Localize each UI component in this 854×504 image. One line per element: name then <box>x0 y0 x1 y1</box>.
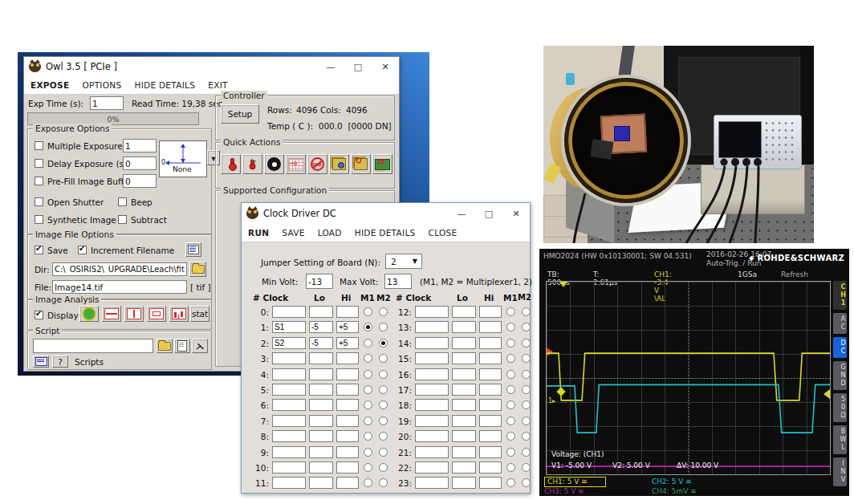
multiple-exposure-input[interactable] <box>123 139 157 152</box>
ch4-scale-badge[interactable]: CH4: 5mV ≅ <box>652 487 697 495</box>
m2-radio[interactable] <box>522 432 531 441</box>
cd-close-button[interactable]: ✕ <box>502 203 530 224</box>
clock-hi-input[interactable] <box>479 352 502 364</box>
cd-maximize-button[interactable]: □ <box>475 203 502 224</box>
clock-lo-input[interactable] <box>309 368 333 380</box>
m2-radio[interactable] <box>379 385 388 394</box>
m2-radio[interactable] <box>522 385 531 394</box>
display-checkbox[interactable] <box>35 311 43 319</box>
clock-name-input[interactable] <box>415 477 449 489</box>
roi-circle-button[interactable] <box>79 306 99 322</box>
m2-radio[interactable] <box>379 463 388 472</box>
clock-hi-input[interactable] <box>479 321 502 333</box>
clock-name-input[interactable] <box>272 384 306 396</box>
m1-radio[interactable] <box>364 370 372 379</box>
clock-name-input[interactable] <box>272 446 306 458</box>
m2-radio[interactable] <box>522 339 531 348</box>
m1-radio[interactable] <box>506 354 515 363</box>
clock-name-input[interactable] <box>272 461 306 474</box>
grab-image-button[interactable] <box>329 154 349 174</box>
clock-lo-input[interactable] <box>452 461 476 474</box>
script-input[interactable] <box>33 339 153 353</box>
m2-radio[interactable] <box>379 339 388 348</box>
no-dle-button[interactable] <box>307 154 327 174</box>
clock-hi-input[interactable] <box>336 461 359 474</box>
m1-radio[interactable] <box>506 417 515 425</box>
script-edit-button[interactable] <box>174 339 190 353</box>
m1-radio[interactable] <box>506 385 515 394</box>
m1-radio[interactable] <box>506 307 515 316</box>
export-image-button[interactable] <box>286 154 306 174</box>
clock-hi-input[interactable] <box>336 399 359 411</box>
exp-time-input[interactable] <box>90 96 124 110</box>
m1-radio[interactable] <box>364 478 372 487</box>
cd-menu-run[interactable]: RUN <box>248 228 269 238</box>
script-run-button[interactable]: ⋋ <box>192 339 208 353</box>
m2-radio[interactable] <box>522 354 531 363</box>
thermometer-button[interactable] <box>221 154 241 174</box>
scope-menu-dc[interactable]: DC <box>833 337 847 358</box>
m1-radio[interactable] <box>364 448 372 457</box>
clock-hi-input[interactable] <box>336 337 359 349</box>
clock-name-input[interactable] <box>415 337 449 349</box>
m1-radio[interactable] <box>506 463 515 472</box>
m2-radio[interactable] <box>379 370 388 379</box>
scope-menu-inv[interactable]: INV <box>833 457 847 486</box>
m1-radio[interactable] <box>506 400 515 409</box>
cd-menu-save[interactable]: SAVE <box>282 228 304 238</box>
scope-channel-tab[interactable]: CH1 <box>833 281 847 310</box>
clock-lo-input[interactable] <box>309 321 333 333</box>
pci-transfer-button[interactable] <box>372 154 392 174</box>
clock-hi-input[interactable] <box>336 321 359 333</box>
clock-lo-input[interactable] <box>309 415 333 427</box>
save-checkbox[interactable] <box>35 246 43 254</box>
ch2-scale-badge[interactable]: CH2: 5 V ≅ <box>652 478 692 486</box>
cd-menu-load[interactable]: LOAD <box>318 228 342 238</box>
m2-radio[interactable] <box>379 307 388 316</box>
clock-hi-input[interactable] <box>336 368 359 380</box>
m1-radio[interactable] <box>364 385 372 394</box>
clock-name-input[interactable] <box>415 352 449 364</box>
clock-name-input[interactable] <box>415 461 449 474</box>
clock-name-input[interactable] <box>272 337 306 349</box>
m1-radio[interactable] <box>506 370 515 379</box>
m1-radio[interactable] <box>364 339 372 348</box>
m2-radio[interactable] <box>522 417 531 425</box>
clock-lo-input[interactable] <box>309 477 333 489</box>
script-console-button[interactable] <box>33 356 49 368</box>
clock-lo-input[interactable] <box>309 306 333 318</box>
clock-hi-input[interactable] <box>336 415 359 427</box>
max-volt-input[interactable] <box>384 274 412 289</box>
script-help-button[interactable]: ? <box>52 356 68 368</box>
clock-hi-input[interactable] <box>336 477 359 489</box>
clock-name-input[interactable] <box>272 477 306 489</box>
maximize-button[interactable]: □ <box>344 57 372 76</box>
dir-input[interactable] <box>52 262 187 276</box>
m2-radio[interactable] <box>522 370 531 379</box>
m1-radio[interactable] <box>364 354 372 363</box>
jumper-setting-dropdown[interactable]: 2 ▼ <box>385 254 422 269</box>
owl-menu-exit[interactable]: EXIT <box>208 80 228 90</box>
clock-lo-input[interactable] <box>452 446 476 458</box>
script-browse-button[interactable] <box>157 339 173 353</box>
filename-list-button[interactable] <box>185 242 201 257</box>
clock-name-input[interactable] <box>272 321 306 333</box>
m1-radio[interactable] <box>506 323 515 331</box>
scope-menu-gnd[interactable]: GND <box>833 361 847 390</box>
prefill-buffer-input[interactable] <box>123 174 157 188</box>
m1-radio[interactable] <box>364 432 372 441</box>
m2-radio[interactable] <box>522 463 531 472</box>
clock-hi-input[interactable] <box>479 461 502 474</box>
m2-radio[interactable] <box>379 432 388 441</box>
clock-lo-input[interactable] <box>452 384 476 396</box>
cd-menu-close[interactable]: CLOSE <box>429 228 458 238</box>
clock-hi-input[interactable] <box>479 306 502 318</box>
sensor-temp-button[interactable]: ʃ <box>242 154 262 174</box>
delay-exposure-input[interactable] <box>123 156 157 170</box>
m2-radio[interactable] <box>379 478 388 487</box>
beep-checkbox[interactable] <box>118 197 127 206</box>
m1-radio[interactable] <box>364 417 372 425</box>
clock-hi-input[interactable] <box>479 477 502 489</box>
clock-hi-input[interactable] <box>479 384 502 396</box>
clock-hi-input[interactable] <box>479 446 502 458</box>
